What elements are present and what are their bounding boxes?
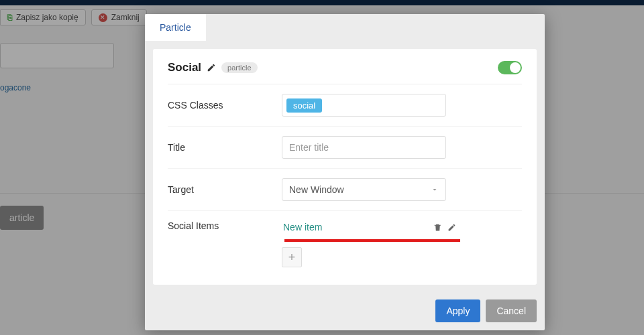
particle-modal: Particle Social particle CSS Classes soc… xyxy=(145,14,545,330)
edit-title-icon[interactable] xyxy=(207,63,216,72)
title-input[interactable] xyxy=(282,136,446,159)
row-title: Title xyxy=(168,127,522,169)
trash-icon[interactable] xyxy=(433,223,442,232)
cancel-button[interactable]: Cancel xyxy=(486,299,537,322)
social-item-row[interactable]: New item xyxy=(282,220,456,234)
modal-panel: Social particle CSS Classes social Title xyxy=(153,49,537,285)
particle-chip: particle xyxy=(221,62,257,73)
target-value: New Window xyxy=(289,184,344,195)
label-target: Target xyxy=(168,184,282,195)
panel-title-wrap: Social particle xyxy=(168,61,258,74)
apply-button[interactable]: Apply xyxy=(435,299,480,322)
social-item-name: New item xyxy=(283,222,322,232)
css-classes-input[interactable]: social xyxy=(282,94,446,117)
panel-title: Social xyxy=(168,61,201,74)
modal-footer: Apply Cancel xyxy=(145,293,545,330)
row-css-classes: CSS Classes social xyxy=(168,84,522,127)
chevron-down-icon xyxy=(431,186,439,194)
label-css-classes: CSS Classes xyxy=(168,100,282,111)
label-title: Title xyxy=(168,142,282,153)
add-item-button[interactable]: + xyxy=(282,247,302,267)
tab-bar: Particle xyxy=(145,14,545,41)
css-tag[interactable]: social xyxy=(286,98,322,113)
enabled-toggle[interactable] xyxy=(498,61,522,74)
pencil-icon[interactable] xyxy=(447,223,456,232)
highlight-underline xyxy=(284,239,460,242)
row-social-items: Social Items New item + xyxy=(168,211,522,277)
tab-particle[interactable]: Particle xyxy=(145,14,206,41)
target-select[interactable]: New Window xyxy=(282,178,446,201)
row-target: Target New Window xyxy=(168,169,522,211)
panel-header: Social particle xyxy=(168,61,522,84)
label-social-items: Social Items xyxy=(168,220,282,231)
